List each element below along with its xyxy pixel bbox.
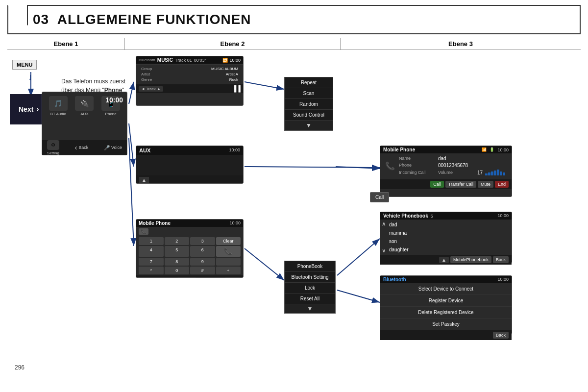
key-6[interactable]: 6 <box>190 246 215 257</box>
settings-phonebook[interactable]: PhoneBook <box>285 261 335 272</box>
svg-line-7 <box>129 138 134 246</box>
key-call[interactable]: 📞 <box>216 246 241 257</box>
end-btn[interactable]: End <box>495 181 509 188</box>
pb-arrow-btn[interactable]: ▲ <box>439 257 449 263</box>
pb-mobile-btn[interactable]: MobilePhonebook <box>450 256 491 263</box>
mute-btn[interactable]: Mute <box>478 181 493 188</box>
key-1[interactable]: 1 <box>139 237 164 245</box>
menu-item-bt-audio[interactable]: 🎵 BT Audio <box>46 96 71 116</box>
aux-header: AUX 10:00 <box>136 146 243 155</box>
phone-label: Phone <box>105 112 117 116</box>
phone-keypad-header: Mobile Phone 10:00 <box>136 220 243 227</box>
bt-settings-header: Bluetooth 10:00 <box>380 276 512 283</box>
incoming-call-btn[interactable]: Call <box>430 181 444 188</box>
menu-button[interactable]: MENU <box>12 60 37 70</box>
page-number: 296 <box>15 364 24 371</box>
back-item[interactable]: ‹ Back <box>75 144 89 151</box>
key-0[interactable]: 0 <box>165 267 190 274</box>
bt-option-register[interactable]: Register Device <box>380 295 512 307</box>
key-empty <box>216 258 241 266</box>
aux-icon: 🔌 <box>75 96 94 111</box>
settings-reset[interactable]: Reset All <box>285 294 335 304</box>
column-headers: Ebene 1 Ebene 2 Ebene 3 <box>7 38 581 50</box>
call-button[interactable]: Call <box>370 192 389 202</box>
pb-entry-dad[interactable]: dad <box>380 220 512 229</box>
menu-bottom-bar: ⚙ Setting ‹ Back 🎤 Voice <box>42 140 127 155</box>
music-header: Bluetooth MUSIC Track 01 00'03" 🔁 10:00 <box>136 56 243 64</box>
phone-keypad-screen: Mobile Phone 10:00 📞 1 2 3 Clear 4 5 6 📞… <box>136 219 244 278</box>
bt-settings-screen: Bluetooth 10:00 Select Device to Connect… <box>380 275 512 334</box>
menu-item-setting[interactable]: ⚙ Setting <box>47 140 59 155</box>
setting-icon: ⚙ <box>47 140 59 150</box>
col-header-1: Ebene 1 <box>7 38 125 49</box>
repeat-item-sound-control[interactable]: Sound Control <box>285 110 333 121</box>
svg-line-10 <box>337 239 380 275</box>
key-3[interactable]: 3 <box>190 237 215 245</box>
key-clear[interactable]: Clear <box>216 237 241 245</box>
main-content: MENU ↓ Das Telefon muss zuerst über das … <box>7 50 581 373</box>
setting-label: Setting <box>47 151 59 155</box>
settings-scroll-down[interactable]: ▼ <box>285 304 335 313</box>
bt-footer: Back <box>380 330 512 340</box>
phone-redial-btn[interactable]: Redial <box>177 277 196 278</box>
key-8[interactable]: 8 <box>165 258 190 266</box>
key-7[interactable]: 7 <box>139 258 164 266</box>
menu-screen: 10:00 🎵 BT Audio 🔌 AUX 📱 Phone ⚙ <box>42 92 127 155</box>
pb-entry-daughter[interactable]: daughter <box>380 245 512 254</box>
down-arrow-icon: ↓ <box>28 72 32 82</box>
pb-entry-mamma[interactable]: mamma <box>380 229 512 237</box>
pb-entry-son[interactable]: son <box>380 237 512 245</box>
signal-icon: 📶 <box>482 147 487 152</box>
key-5[interactable]: 5 <box>165 246 190 257</box>
repeat-icon: 🔁 <box>222 58 228 63</box>
bt-option-connect[interactable]: Select Device to Connect <box>380 283 512 295</box>
menu-time: 10:00 <box>105 96 123 104</box>
settings-lock[interactable]: Lock <box>285 283 335 294</box>
aux-display <box>136 155 243 175</box>
battery-icon: 🔋 <box>490 147 494 152</box>
repeat-popup: Repeat Scan Random Sound Control ▼ <box>284 77 333 131</box>
key-2[interactable]: 2 <box>165 237 190 245</box>
music-controls: ◄ Track ▲ ▐▐ <box>136 84 243 93</box>
col-header-2: Ebene 2 <box>125 38 341 49</box>
transfer-call-btn[interactable]: Transfer Call <box>445 181 476 188</box>
aux-footer: ▲ <box>136 175 243 184</box>
phone-back-btn[interactable]: Back <box>225 277 241 278</box>
track-prev-btn[interactable]: ◄ Track ▲ <box>139 86 163 92</box>
svg-line-9 <box>337 290 380 302</box>
key-hash[interactable]: # <box>190 267 215 274</box>
phonebook-screen: Vehicle Phonebook 5 10:00 ∧ dad mamma so… <box>380 212 512 263</box>
bt-back-btn[interactable]: Back <box>493 332 509 339</box>
repeat-item-random[interactable]: Random <box>285 99 333 110</box>
svg-line-4 <box>245 82 284 89</box>
repeat-item-scan[interactable]: Scan <box>285 88 333 99</box>
repeat-scroll-down[interactable]: ▼ <box>285 121 333 130</box>
phone-arrow-btn[interactable]: ▲ <box>139 277 148 278</box>
key-plus[interactable]: + <box>216 267 241 274</box>
music-screen: Bluetooth MUSIC Track 01 00'03" 🔁 10:00 … <box>136 56 244 106</box>
phone-footer: ▲ Redial Back <box>136 275 243 278</box>
svg-line-11 <box>336 167 380 169</box>
voice-item[interactable]: 🎤 Voice <box>104 145 122 150</box>
svg-line-8 <box>245 248 284 280</box>
repeat-item-repeat[interactable]: Repeat <box>285 77 333 88</box>
pb-footer: ▲ MobilePhonebook Back <box>380 255 512 265</box>
svg-line-5 <box>129 123 134 167</box>
pb-back-btn[interactable]: Back <box>493 256 509 263</box>
phone-icon-row: 📞 <box>136 227 243 236</box>
incoming-footer: Call Transfer Call Mute End <box>380 179 512 189</box>
incoming-call-screen: Mobile Phone 📶 🔋 10:00 📞 Name dad <box>380 146 512 197</box>
next-arrow-icon: › <box>36 105 39 114</box>
phone-small-icon: 📞 <box>139 228 148 235</box>
settings-bt[interactable]: Bluetooth Setting <box>285 272 335 283</box>
key-star[interactable]: * <box>139 267 164 274</box>
bt-option-passkey[interactable]: Set Passkey <box>380 318 512 330</box>
aux-arrow-btn[interactable]: ▲ <box>139 177 149 183</box>
menu-item-aux[interactable]: 🔌 AUX <box>73 96 97 116</box>
page-title: 03 ALLGEMEINE FUNKTIONEN <box>33 12 251 27</box>
bt-option-delete[interactable]: Delete Registered Device <box>380 307 512 318</box>
pb-scroll-down[interactable]: ∨ <box>382 247 386 254</box>
key-9[interactable]: 9 <box>190 258 215 266</box>
pb-scroll-up[interactable]: ∧ <box>382 220 386 227</box>
key-4[interactable]: 4 <box>139 246 164 257</box>
